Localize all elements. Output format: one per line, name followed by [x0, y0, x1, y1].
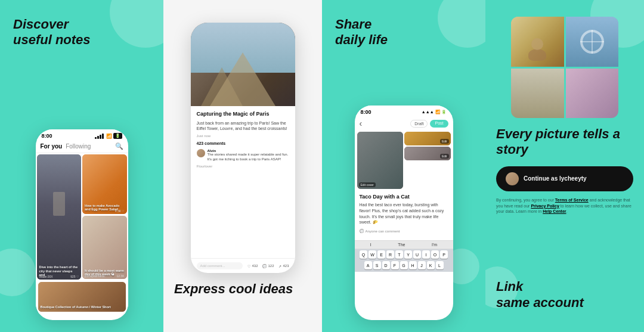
link-headline: Link same account — [496, 279, 584, 311]
status-icons-1: 📶 🔋 — [95, 133, 122, 139]
key-t[interactable]: T — [395, 250, 403, 259]
panel-express: Capturing the Magic of Paris Just back f… — [163, 0, 322, 332]
key-y[interactable]: Y — [404, 250, 412, 259]
keyboard-row-2: A S D F G H J K L — [355, 260, 453, 272]
article-image — [191, 23, 295, 106]
express-headline: Express cool ideas — [174, 281, 293, 297]
phone-mockup-2: Capturing the Magic of Paris Just back f… — [191, 23, 295, 273]
key-d[interactable]: D — [382, 261, 390, 269]
tab-for-you[interactable]: For you — [41, 143, 63, 150]
photo-building — [511, 69, 564, 119]
comment-action[interactable]: 💬 122 — [262, 264, 274, 268]
heart-icon: ♡ — [247, 264, 250, 268]
continue-button[interactable]: Continue as lycheeyty — [496, 166, 633, 191]
share-icon: ↗ — [278, 264, 281, 268]
key-s[interactable]: S — [373, 261, 381, 269]
key-e[interactable]: E — [377, 250, 385, 259]
key-r[interactable]: R — [386, 250, 394, 259]
key-f[interactable]: F — [391, 261, 399, 269]
post-image-cat2[interactable]: Edit — [404, 147, 451, 160]
tab-following[interactable]: Following — [66, 143, 91, 150]
post-button[interactable]: Post — [430, 120, 448, 128]
status-bar-1: 8:00 📶 🔋 — [36, 129, 128, 140]
feed-card-boots-label: Boutique Collection of Autumn / Winter S… — [41, 305, 123, 309]
add-comment-box[interactable]: Add comment... — [197, 262, 243, 269]
photo-ferris — [566, 17, 619, 67]
article-content: Capturing the Magic of Paris Just back f… — [191, 106, 295, 258]
feed-grid: Dive into the heart of the city that nev… — [36, 153, 128, 281]
panel-share: Share daily life 8:00 ▲▲▲ 📶 🔋 ‹ Draft Po… — [322, 0, 485, 332]
key-j[interactable]: J — [418, 261, 426, 269]
post-body: Had the best taco ever today, bursting w… — [360, 202, 448, 225]
feed-card-street[interactable]: Dive into the heart of the city that nev… — [37, 154, 82, 280]
post-actions: Draft Post — [410, 120, 448, 128]
post-image-cat[interactable]: Edit cover — [357, 132, 404, 189]
key-i[interactable]: I — [422, 250, 430, 259]
post-title: Taco Day with a Cat — [360, 194, 448, 200]
user-avatar — [506, 172, 519, 185]
post-header: ‹ Draft Post — [355, 116, 453, 131]
article-title: Capturing the Magic of Paris — [197, 111, 289, 118]
comment-icon: 💬 — [262, 264, 267, 268]
edit-label-2: Edit — [440, 154, 449, 159]
post-image-drinks[interactable]: Edit — [404, 132, 451, 145]
story-headline: Every picture tells a story — [496, 126, 633, 158]
feed-card-food-meta: 4.3K ♡ — [85, 209, 125, 213]
keyboard-suggestions: I The I'm — [355, 240, 453, 249]
article-time: Just now — [197, 134, 289, 138]
feed-card-food[interactable]: How to make Avocado and Egg Power Salad … — [82, 154, 127, 214]
feed-card-interior[interactable]: It should be a most warm day of this wee… — [82, 216, 127, 279]
keyboard-row-1: Q W E R T Y U I O P — [355, 249, 453, 260]
feed-card-boots[interactable]: Boutique Collection of Autumn / Winter S… — [38, 282, 126, 312]
key-l[interactable]: L — [436, 261, 444, 269]
terms-text: By continuing, you agree to our Terms of… — [496, 197, 633, 215]
key-g[interactable]: G — [400, 261, 408, 269]
feed-card-interior-meta: just.ephemeral..12.3K — [85, 274, 125, 278]
article-body: Just back from an amazing trip to Paris!… — [197, 120, 289, 132]
status-bar-3: 8:00 ▲▲▲ 📶 🔋 — [355, 106, 453, 116]
privacy-policy-link[interactable]: Privacy Policy — [531, 204, 559, 208]
commenter-avatar — [197, 149, 205, 157]
panel-discover: Discover useful notes 8:00 📶 🔋 — [0, 0, 163, 332]
comment-row: Alvin The stories shared made it super r… — [197, 149, 289, 162]
comment-source: Flourlover — [197, 165, 289, 168]
key-k[interactable]: K — [427, 261, 435, 269]
phone-mockup-3: 8:00 ▲▲▲ 📶 🔋 ‹ Draft Post Edit cover — [355, 106, 453, 320]
comment-note: 💬 Anyone can comment — [360, 229, 448, 233]
like-action[interactable]: ♡ 432 — [247, 264, 258, 268]
suggest-im[interactable]: I'm — [432, 243, 437, 247]
terms-of-service-link[interactable]: Terms of Service — [555, 198, 589, 202]
comment-note-icon: 💬 — [360, 229, 364, 233]
panel-4-bottom: Every picture tells a story Continue as … — [496, 118, 633, 215]
status-icons-3: ▲▲▲ 📶 🔋 — [422, 110, 447, 114]
post-content: Taco Day with a Cat Had the best taco ev… — [355, 190, 453, 240]
comments-count: 423 comments — [197, 141, 289, 145]
suggest-the[interactable]: The — [398, 243, 405, 247]
share-action[interactable]: ↗ 423 — [278, 264, 289, 268]
key-u[interactable]: U — [413, 250, 421, 259]
key-q[interactable]: Q — [360, 250, 367, 259]
panel-link: Every picture tells a story Continue as … — [485, 0, 644, 332]
comment-body: The stories shared made it super relatab… — [208, 153, 289, 162]
key-o[interactable]: O — [431, 250, 439, 259]
article-actions: Add comment... ♡ 432 💬 122 ↗ 423 — [191, 258, 295, 273]
feed-card-street-meta: Wade.00X925 ♡ — [39, 275, 79, 278]
suggest-i[interactable]: I — [370, 243, 371, 247]
comment-text: Alvin The stories shared made it super r… — [208, 149, 289, 162]
help-center-link[interactable]: Help Center — [543, 209, 566, 213]
key-w[interactable]: W — [369, 250, 376, 259]
share-headline: Share daily life — [335, 17, 472, 48]
photo-dog — [511, 17, 564, 67]
discover-headline: Discover useful notes — [13, 17, 150, 48]
continue-text: Continue as lycheeyty — [524, 175, 587, 182]
back-icon[interactable]: ‹ — [360, 119, 363, 128]
edit-label: Edit — [440, 139, 449, 144]
key-h[interactable]: H — [409, 261, 417, 269]
search-icon[interactable]: 🔍 — [115, 142, 123, 150]
key-p[interactable]: P — [440, 250, 448, 259]
phone-mockup-1: 8:00 📶 🔋 For you Following 🔍 — [36, 129, 128, 320]
post-images-grid: Edit cover Edit Edit — [355, 131, 453, 190]
draft-button[interactable]: Draft — [410, 120, 428, 128]
edit-cover-label: Edit cover — [359, 182, 376, 187]
key-a[interactable]: A — [364, 261, 372, 269]
